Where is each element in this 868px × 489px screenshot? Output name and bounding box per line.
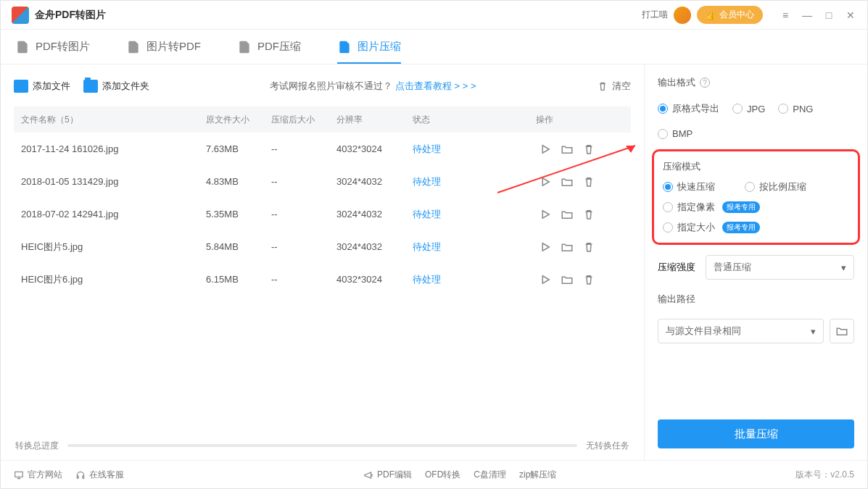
- app-logo: [12, 7, 29, 24]
- strength-dropdown[interactable]: 普通压缩 ▾: [706, 255, 854, 280]
- highlight-annotation: 压缩模式 快速压缩按比例压缩 指定像素报考专用指定大小报考专用: [652, 149, 860, 245]
- main-area: 添加文件 添加文件夹 考试网报名照片审核不通过？ 点击查看教程 > > > 清空…: [1, 64, 867, 460]
- play-icon[interactable]: [539, 175, 552, 188]
- mode-option[interactable]: 快速压缩: [663, 180, 732, 193]
- cell-csize: --: [271, 209, 336, 220]
- delete-icon[interactable]: [582, 143, 595, 156]
- batch-compress-button[interactable]: 批量压缩: [658, 419, 854, 448]
- hint-text: 考试网报名照片审核不通过？ 点击查看教程 > > >: [270, 80, 476, 93]
- strength-row: 压缩强度 普通压缩 ▾: [658, 255, 854, 280]
- cell-osize: 4.83MB: [206, 176, 271, 187]
- table-header: 文件名称（5） 原文件大小 压缩后大小 分辨率 状态 操作: [14, 106, 631, 133]
- badge: 报考专用: [722, 222, 760, 233]
- add-file-label: 添加文件: [33, 80, 70, 93]
- file-panel: 添加文件 添加文件夹 考试网报名照片审核不通过？ 点击查看教程 > > > 清空…: [1, 64, 644, 460]
- folder-open-icon[interactable]: [561, 175, 574, 188]
- table-row[interactable]: 2017-11-24 161026.jpg 7.63MB -- 4032*302…: [14, 133, 631, 165]
- tab-image-compress[interactable]: 图片压缩: [337, 30, 401, 64]
- cell-status: 待处理: [413, 241, 536, 254]
- image-icon: [126, 40, 141, 54]
- side-panel: 输出格式 ? 原格式导出JPGPNGBMP 压缩模式 快速压缩按比例压缩 指定像…: [644, 64, 867, 460]
- cell-name: 2018-07-02 142941.jpg: [21, 209, 206, 220]
- play-icon[interactable]: [539, 143, 552, 156]
- cell-ops: [536, 175, 624, 188]
- zip-extract-link[interactable]: zip解压缩: [519, 469, 556, 481]
- add-folder-button[interactable]: 添加文件夹: [83, 80, 149, 93]
- format-option[interactable]: PNG: [778, 102, 813, 115]
- hint-link[interactable]: 点击查看教程 > > >: [395, 80, 476, 91]
- cell-res: 3024*4032: [336, 209, 413, 220]
- folder-open-icon[interactable]: [561, 143, 574, 156]
- minimize-button[interactable]: —: [801, 9, 813, 21]
- path-dropdown[interactable]: 与源文件目录相同 ▾: [658, 319, 824, 343]
- official-site-link[interactable]: 官方网站: [14, 469, 62, 481]
- radio-icon: [663, 222, 673, 233]
- cell-name: HEIC图片6.jpg: [21, 273, 206, 286]
- delete-icon[interactable]: [582, 175, 595, 188]
- mode-options-row2: 指定像素报考专用指定大小报考专用: [663, 201, 849, 234]
- cell-name: 2017-11-24 161026.jpg: [21, 143, 206, 154]
- chevron-down-icon: ▾: [811, 326, 816, 337]
- table-row[interactable]: 2018-07-02 142941.jpg 5.35MB -- 3024*403…: [14, 198, 631, 230]
- browse-folder-button[interactable]: [830, 319, 854, 343]
- ofd-convert-link[interactable]: OFD转换: [425, 469, 460, 481]
- compress-image-icon: [337, 40, 352, 54]
- tab-image-to-pdf[interactable]: 图片转PDF: [126, 30, 201, 64]
- format-title: 输出格式 ?: [658, 76, 854, 89]
- add-folder-label: 添加文件夹: [102, 80, 149, 93]
- folder-icon: [83, 80, 98, 93]
- pdf-edit-link[interactable]: PDF编辑: [363, 469, 412, 481]
- progress-bar: 转换总进度 无转换任务: [14, 431, 631, 460]
- radio-icon: [658, 129, 668, 139]
- support-link[interactable]: 在线客服: [75, 469, 124, 481]
- menu-button[interactable]: ≡: [780, 9, 791, 21]
- tab-pdf-compress[interactable]: PDF压缩: [237, 30, 301, 64]
- radio-icon: [745, 182, 755, 192]
- avatar[interactable]: [674, 7, 691, 24]
- cell-osize: 5.35MB: [206, 209, 271, 220]
- cell-status: 待处理: [413, 143, 536, 156]
- folder-open-icon[interactable]: [561, 208, 574, 221]
- trash-icon: [597, 80, 608, 92]
- tab-label: PDF压缩: [257, 40, 301, 54]
- format-option[interactable]: JPG: [732, 102, 765, 115]
- maximize-button[interactable]: □: [823, 9, 835, 21]
- user-area: 打工喵 👍 会员中心 ≡ — □ ✕: [642, 6, 856, 24]
- tab-label: PDF转图片: [36, 40, 90, 54]
- vip-button[interactable]: 👍 会员中心: [697, 6, 763, 24]
- version-label: 版本号：v2.0.5: [795, 469, 854, 481]
- table-row[interactable]: 2018-01-05 131429.jpg 4.83MB -- 3024*403…: [14, 165, 631, 198]
- folder-open-icon[interactable]: [561, 273, 574, 286]
- tab-label: 图片转PDF: [146, 40, 201, 54]
- folder-open-icon[interactable]: [561, 241, 574, 254]
- path-value: 与源文件目录相同: [666, 325, 741, 338]
- play-icon[interactable]: [539, 273, 552, 286]
- clear-button[interactable]: 清空: [597, 80, 631, 93]
- add-file-button[interactable]: 添加文件: [14, 80, 70, 93]
- compress-icon: [237, 40, 252, 54]
- c-drive-clean-link[interactable]: C盘清理: [474, 469, 506, 481]
- close-button[interactable]: ✕: [845, 9, 856, 21]
- table-body: 2017-11-24 161026.jpg 7.63MB -- 4032*302…: [14, 133, 631, 296]
- radio-icon: [663, 182, 673, 192]
- table-row[interactable]: HEIC图片6.jpg 6.15MB -- 4032*3024 待处理: [14, 263, 631, 296]
- format-option[interactable]: 原格式导出: [658, 102, 719, 115]
- statusbar: 官方网站 在线客服 PDF编辑 OFD转换 C盘清理 zip解压缩 版本号：v2…: [1, 460, 867, 489]
- tab-pdf-to-image[interactable]: PDF转图片: [15, 30, 90, 64]
- cell-res: 4032*3024: [336, 143, 413, 154]
- delete-icon[interactable]: [582, 273, 595, 286]
- delete-icon[interactable]: [582, 241, 595, 254]
- cell-csize: --: [271, 176, 336, 187]
- mode-option[interactable]: 指定大小报考专用: [663, 221, 849, 234]
- mode-option[interactable]: 按比例压缩: [745, 180, 814, 193]
- svg-rect-0: [15, 472, 23, 477]
- table-row[interactable]: HEIC图片5.jpg 5.84MB -- 3024*4032 待处理: [14, 230, 631, 263]
- play-icon[interactable]: [539, 208, 552, 221]
- tab-label: 图片压缩: [357, 40, 401, 54]
- play-icon[interactable]: [539, 241, 552, 254]
- help-icon[interactable]: ?: [700, 78, 710, 88]
- delete-icon[interactable]: [582, 208, 595, 221]
- format-option[interactable]: BMP: [658, 128, 693, 139]
- radio-icon: [778, 104, 788, 114]
- mode-option[interactable]: 指定像素报考专用: [663, 201, 849, 214]
